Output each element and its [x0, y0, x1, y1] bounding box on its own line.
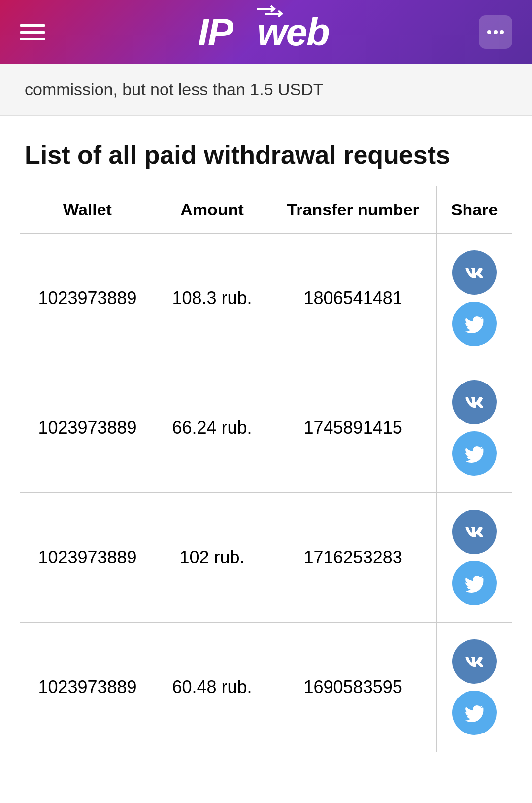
amount-cell: 108.3 rub. — [155, 233, 269, 363]
col-header-share: Share — [437, 186, 512, 233]
vk-share-button[interactable] — [452, 250, 497, 295]
amount-cell: 60.48 rub. — [155, 622, 269, 752]
withdrawal-table: Wallet Amount Transfer number Share 1023… — [20, 186, 512, 752]
vk-share-button[interactable] — [452, 510, 497, 554]
table-row: 102397388960.48 rub.1690583595 — [20, 622, 512, 752]
table-row: 102397388966.24 rub.1745891415 — [20, 363, 512, 492]
transfer-number-cell: 1716253283 — [269, 492, 437, 622]
svg-text:IP: IP — [198, 10, 234, 54]
dot1 — [487, 30, 491, 34]
commission-notice: commission, but not less than 1.5 USDT — [0, 64, 532, 116]
table-header-row: Wallet Amount Transfer number Share — [20, 186, 512, 233]
wallet-cell: 1023973889 — [20, 622, 155, 752]
amount-cell: 66.24 rub. — [155, 363, 269, 492]
logo: IP web — [193, 5, 331, 59]
section-heading: List of all paid withdrawal requests — [0, 116, 532, 186]
dot2 — [494, 30, 498, 34]
amount-cell: 102 rub. — [155, 492, 269, 622]
col-header-amount: Amount — [155, 186, 269, 233]
svg-text:web: web — [257, 10, 329, 54]
twitter-share-button[interactable] — [452, 561, 497, 605]
commission-text: commission, but not less than 1.5 USDT — [25, 80, 324, 99]
vk-share-button[interactable] — [452, 380, 497, 424]
wallet-cell: 1023973889 — [20, 492, 155, 622]
share-cell — [437, 492, 512, 622]
share-cell — [437, 363, 512, 492]
withdrawal-table-container: Wallet Amount Transfer number Share 1023… — [0, 186, 532, 752]
twitter-share-button[interactable] — [452, 431, 497, 476]
transfer-number-cell: 1806541481 — [269, 233, 437, 363]
vk-share-button[interactable] — [452, 639, 497, 684]
wallet-cell: 1023973889 — [20, 233, 155, 363]
more-options-button[interactable] — [479, 15, 512, 49]
share-cell — [437, 622, 512, 752]
wallet-cell: 1023973889 — [20, 363, 155, 492]
col-header-transfer: Transfer number — [269, 186, 437, 233]
dot3 — [500, 30, 504, 34]
table-row: 1023973889102 rub.1716253283 — [20, 492, 512, 622]
transfer-number-cell: 1745891415 — [269, 363, 437, 492]
col-header-wallet: Wallet — [20, 186, 155, 233]
app-header: IP web — [0, 0, 532, 64]
twitter-share-button[interactable] — [452, 691, 497, 735]
share-cell — [437, 233, 512, 363]
twitter-share-button[interactable] — [452, 302, 497, 346]
transfer-number-cell: 1690583595 — [269, 622, 437, 752]
hamburger-menu[interactable] — [20, 24, 45, 40]
table-row: 1023973889108.3 rub.1806541481 — [20, 233, 512, 363]
logo-text: IP web — [193, 5, 331, 59]
